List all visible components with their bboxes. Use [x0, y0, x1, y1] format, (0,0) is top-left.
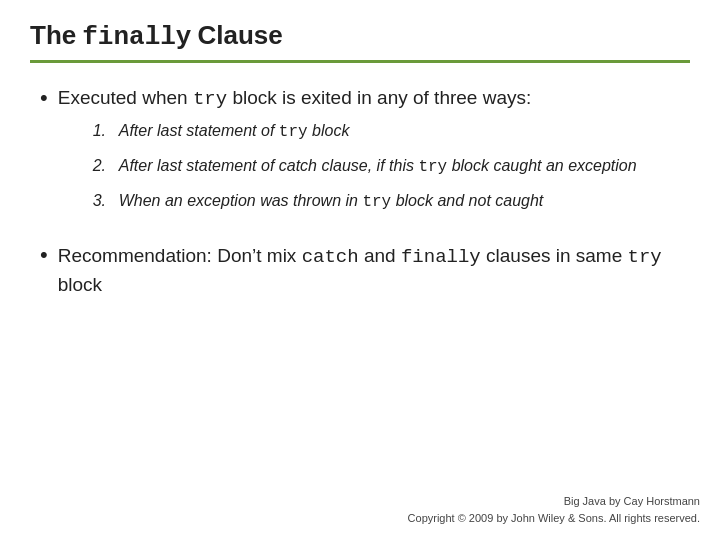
bullet-2: • Recommendation: Don’t mix catch and fi…	[40, 242, 690, 300]
bullet-2-code3: try	[628, 246, 662, 268]
num-2: 2.	[93, 154, 115, 178]
bullet-2-post: clauses in same	[481, 245, 628, 266]
bullet-dot-2: •	[40, 240, 48, 271]
footer-line1: Big Java by Cay Horstmann	[408, 493, 700, 510]
bullet-2-code1: catch	[302, 246, 359, 268]
footer: Big Java by Cay Horstmann Copyright © 20…	[408, 493, 700, 526]
bullet-dot-1: •	[40, 83, 48, 114]
bullet-2-end: block	[58, 274, 102, 295]
bullet-1-text: Executed when try block is exited in any…	[58, 85, 637, 224]
item-1-post: block	[308, 122, 350, 139]
item-2-code: try	[418, 158, 447, 176]
bullet-2-pre2: and	[359, 245, 401, 266]
bullet-2-text: Recommendation: Don’t mix catch and fina…	[58, 242, 690, 300]
slide: The finally Clause • Executed when try b…	[0, 0, 720, 540]
content-area: • Executed when try block is exited in a…	[30, 85, 690, 525]
numbered-item-1: 1. After last statement of try block	[93, 119, 637, 144]
bullet-1-pre: Executed when	[58, 87, 193, 108]
footer-line2: Copyright © 2009 by John Wiley & Sons. A…	[408, 510, 700, 527]
numbered-item-2: 2. After last statement of catch clause,…	[93, 154, 637, 179]
numbered-item-3: 3. When an exception was thrown in try b…	[93, 189, 637, 214]
title-post: Clause	[197, 20, 282, 51]
item-1-text: After last statement of try block	[119, 119, 350, 144]
item-3-code: try	[362, 193, 391, 211]
bullet-1: • Executed when try block is exited in a…	[40, 85, 690, 224]
bullet-2-pre1: Recommendation: Don’t mix	[58, 245, 302, 266]
bullet-1-post: block is exited in any of three ways:	[227, 87, 531, 108]
num-1: 1.	[93, 119, 115, 143]
item-2-pre: After last statement of catch clause, if…	[119, 157, 419, 174]
title-code: finally	[82, 22, 191, 52]
title-bar: The finally Clause	[30, 20, 690, 63]
bullet-2-code2: finally	[401, 246, 481, 268]
item-3-text: When an exception was thrown in try bloc…	[119, 189, 544, 214]
title-pre: The	[30, 20, 76, 51]
item-3-post: block and not caught	[391, 192, 543, 209]
item-2-text: After last statement of catch clause, if…	[119, 154, 637, 179]
item-3-pre: When an exception was thrown in	[119, 192, 363, 209]
item-1-pre: After last statement of	[119, 122, 279, 139]
bullet-1-code: try	[193, 88, 227, 110]
item-2-post: block caught an exception	[447, 157, 636, 174]
numbered-list: 1. After last statement of try block 2. …	[93, 119, 637, 214]
item-1-code: try	[279, 123, 308, 141]
num-3: 3.	[93, 189, 115, 213]
